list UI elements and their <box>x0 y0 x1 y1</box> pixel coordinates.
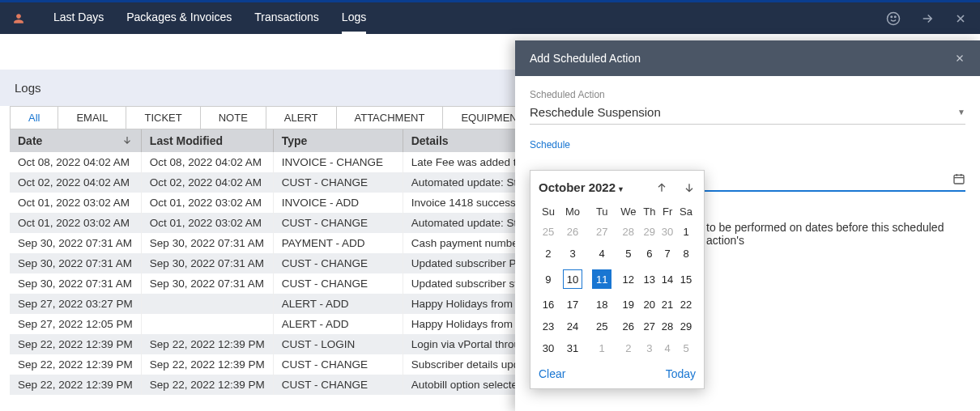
calendar-day[interactable]: 29 <box>676 316 696 337</box>
chevron-down-icon: ▼ <box>617 185 624 193</box>
close-icon[interactable] <box>954 12 967 25</box>
dow-header: Th <box>640 202 658 221</box>
cell-mod: Oct 08, 2022 04:02 AM <box>141 152 273 172</box>
calendar-clear-button[interactable]: Clear <box>539 367 565 380</box>
nav-tab-logs[interactable]: Logs <box>342 2 366 34</box>
panel-title: Add Scheduled Action <box>530 52 641 65</box>
nav-tab-last-days[interactable]: Last Days <box>53 2 104 34</box>
calendar-day[interactable]: 31 <box>558 337 587 359</box>
calendar-day[interactable]: 3 <box>558 243 587 265</box>
calendar-day[interactable]: 18 <box>587 294 616 316</box>
calendar-day[interactable]: 25 <box>539 221 558 243</box>
calendar-day[interactable]: 26 <box>558 221 587 243</box>
calendar-day[interactable]: 23 <box>539 316 558 337</box>
prev-month-icon[interactable] <box>655 181 668 194</box>
cell-date: Sep 22, 2022 12:39 PM <box>10 354 141 375</box>
calendar-day[interactable]: 27 <box>587 221 616 243</box>
svg-rect-3 <box>954 175 964 184</box>
calendar-day[interactable]: 19 <box>616 294 640 316</box>
calendar-day[interactable]: 11 <box>587 265 616 294</box>
cell-type: CUST - CHANGE <box>273 253 403 273</box>
smile-icon[interactable] <box>886 11 901 26</box>
nav-tab-transactions[interactable]: Transactions <box>254 2 319 34</box>
svg-point-0 <box>888 12 900 24</box>
section-title: Logs <box>15 81 41 95</box>
calendar-day[interactable]: 29 <box>640 221 658 243</box>
calendar-day[interactable]: 16 <box>539 294 558 316</box>
calendar-day[interactable]: 24 <box>558 316 587 337</box>
calendar-day[interactable]: 1 <box>587 337 616 359</box>
calendar-day[interactable]: 26 <box>616 316 640 337</box>
panel-close-icon[interactable] <box>954 53 965 64</box>
column-header-type[interactable]: Type <box>273 129 403 152</box>
cell-date: Oct 08, 2022 04:02 AM <box>10 152 141 172</box>
cell-type: CUST - CHANGE <box>273 375 403 395</box>
calendar-day[interactable]: 21 <box>658 294 676 316</box>
calendar-day[interactable]: 28 <box>658 316 676 337</box>
calendar-day[interactable]: 22 <box>676 294 696 316</box>
cell-date: Sep 22, 2022 12:39 PM <box>10 334 141 354</box>
calendar-day[interactable]: 27 <box>640 316 658 337</box>
calendar-day[interactable]: 17 <box>558 294 587 316</box>
cell-mod: Oct 02, 2022 04:02 AM <box>141 172 273 193</box>
cell-type: CUST - CHANGE <box>273 273 403 294</box>
calendar-day[interactable]: 4 <box>658 337 676 359</box>
cell-mod: Sep 30, 2022 07:31 AM <box>141 233 273 253</box>
calendar-day[interactable]: 30 <box>539 337 558 359</box>
month-year-button[interactable]: October 2022▼ <box>539 180 624 194</box>
calendar-day[interactable]: 1 <box>676 221 696 243</box>
filter-tab-ticket[interactable]: TICKET <box>126 106 200 129</box>
column-header-date[interactable]: Date <box>10 129 141 152</box>
calendar-day[interactable]: 30 <box>658 221 676 243</box>
nav-tab-packages-invoices[interactable]: Packages & Invoices <box>126 2 232 34</box>
calendar-day[interactable]: 13 <box>640 265 658 294</box>
cell-type: INVOICE - ADD <box>273 193 403 213</box>
cell-mod: Sep 30, 2022 07:31 AM <box>141 273 273 294</box>
svg-point-2 <box>895 16 897 18</box>
calendar-day[interactable]: 15 <box>676 265 696 294</box>
calendar-day[interactable]: 8 <box>676 243 696 265</box>
cell-type: CUST - CHANGE <box>273 172 403 193</box>
cell-date: Oct 01, 2022 03:02 AM <box>10 193 141 213</box>
calendar-today-button[interactable]: Today <box>666 367 696 380</box>
calendar-day[interactable]: 5 <box>616 243 640 265</box>
scheduled-action-select[interactable]: Reschedule Suspension ▼ <box>530 100 965 125</box>
filter-tab-note[interactable]: NOTE <box>201 106 266 129</box>
panel-header: Add Scheduled Action <box>515 40 980 76</box>
cell-mod: Oct 01, 2022 03:02 AM <box>141 193 273 213</box>
calendar-day[interactable]: 9 <box>539 265 558 294</box>
filter-tab-attachment[interactable]: ATTACHMENT <box>337 106 444 129</box>
calendar-day[interactable]: 12 <box>616 265 640 294</box>
calendar-day[interactable]: 10 <box>558 265 587 294</box>
calendar-day[interactable]: 20 <box>640 294 658 316</box>
dow-header: Fr <box>658 202 676 221</box>
cell-type: ALERT - ADD <box>273 294 403 314</box>
calendar-day[interactable]: 2 <box>539 243 558 265</box>
schedule-label: Schedule <box>530 139 965 150</box>
cell-mod: Sep 30, 2022 07:31 AM <box>141 253 273 273</box>
dow-header: Sa <box>676 202 696 221</box>
calendar-day[interactable]: 14 <box>658 265 676 294</box>
column-header-last-modified[interactable]: Last Modified <box>141 129 273 152</box>
dow-header: We <box>616 202 640 221</box>
next-month-icon[interactable] <box>683 181 696 194</box>
calendar-grid: SuMoTuWeThFrSa 2526272829301234567891011… <box>539 202 696 359</box>
person-icon <box>13 13 24 24</box>
arrow-right-icon[interactable] <box>920 11 935 26</box>
calendar-day[interactable]: 3 <box>640 337 658 359</box>
calendar-day[interactable]: 28 <box>616 221 640 243</box>
calendar-day[interactable]: 5 <box>676 337 696 359</box>
svg-point-1 <box>891 16 893 18</box>
cell-mod <box>141 314 273 334</box>
cell-date: Sep 30, 2022 07:31 AM <box>10 233 141 253</box>
calendar-icon[interactable] <box>952 172 965 185</box>
calendar-day[interactable]: 4 <box>587 243 616 265</box>
calendar-day[interactable]: 6 <box>640 243 658 265</box>
filter-tab-alert[interactable]: ALERT <box>266 106 337 129</box>
filter-tab-all[interactable]: All <box>10 106 58 129</box>
cell-type: CUST - LOGIN <box>273 334 403 354</box>
calendar-day[interactable]: 2 <box>616 337 640 359</box>
calendar-day[interactable]: 7 <box>658 243 676 265</box>
filter-tab-email[interactable]: EMAIL <box>58 106 126 129</box>
calendar-day[interactable]: 25 <box>587 316 616 337</box>
